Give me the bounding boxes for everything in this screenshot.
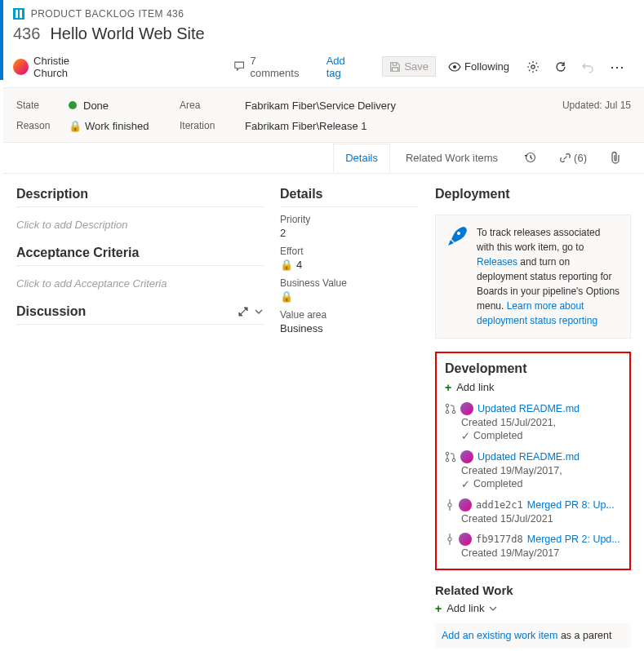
add-existing-text: as a parent (557, 630, 611, 641)
more-button[interactable]: ⋯ (605, 55, 631, 79)
state-value[interactable]: Done (83, 100, 109, 112)
area-label: Area (180, 100, 245, 111)
refresh-button[interactable] (549, 57, 572, 77)
follow-button[interactable]: Following (441, 56, 517, 77)
dev-created: Created 15/Jul/2021, (461, 417, 621, 428)
iteration-label: Iteration (180, 120, 245, 131)
acceptance-heading: Acceptance Criteria (16, 246, 264, 266)
work-item-title[interactable]: Hello World Web Site (50, 24, 204, 43)
gear-icon (526, 60, 540, 73)
value-area-value[interactable]: Business (280, 322, 419, 334)
comments-button[interactable]: 7 comments (233, 55, 305, 79)
deployment-heading: Deployment (435, 187, 631, 206)
dev-status: Completed (473, 478, 522, 489)
add-existing-parent[interactable]: Add an existing work item as a parent (435, 623, 631, 648)
assignee-picker[interactable]: Christie Church (13, 55, 103, 79)
effort-label: Effort (280, 246, 419, 257)
value-area-label: Value area (280, 309, 419, 321)
plus-icon: + (445, 381, 451, 394)
history-icon (523, 151, 536, 164)
user-avatar-icon (459, 498, 472, 512)
dev-created: Created 15/Jul/2021 (461, 513, 621, 525)
user-avatar-icon (459, 533, 472, 546)
svg-point-9 (452, 458, 455, 462)
undo-button[interactable] (577, 57, 600, 77)
chevron-down-icon[interactable] (254, 307, 264, 317)
tab-links[interactable]: (6) (549, 145, 597, 170)
tab-related[interactable]: Related Work items (393, 144, 510, 172)
dev-item: Updated README.md Created 15/Jul/2021, ✓… (445, 402, 621, 442)
svg-point-6 (452, 410, 455, 414)
related-work-heading: Related Work (435, 583, 631, 597)
tab-attachments[interactable] (600, 144, 631, 170)
dev-item: Updated README.md Created 19/May/2017, ✓… (445, 450, 621, 490)
reason-value[interactable]: Work finished (85, 120, 149, 132)
updated-label: Updated: Jul 15 (562, 100, 631, 132)
dev-link[interactable]: Updated README.md (477, 451, 580, 463)
attachment-icon (610, 151, 621, 164)
comments-count: 7 comments (250, 55, 304, 79)
dev-link[interactable]: Merged PR 2: Upd... (527, 534, 620, 545)
iteration-value[interactable]: Fabrikam Fiber\Release 1 (245, 120, 367, 132)
ellipsis-icon: ⋯ (610, 59, 626, 75)
priority-label: Priority (280, 214, 419, 225)
commit-icon (445, 499, 455, 511)
assignee-name: Christie Church (33, 55, 103, 79)
description-heading: Description (16, 187, 264, 207)
add-existing-link[interactable]: Add an existing work item (442, 630, 557, 641)
acceptance-input[interactable]: Click to add Acceptance Criteria (16, 272, 264, 304)
lock-icon: 🔒 (280, 259, 293, 271)
pull-request-icon (445, 451, 456, 463)
discussion-heading: Discussion (16, 304, 86, 319)
tab-details[interactable]: Details (333, 144, 390, 172)
expand-icon[interactable] (238, 306, 249, 317)
svg-point-11 (448, 537, 451, 540)
plus-icon: + (435, 602, 442, 615)
commit-icon (445, 534, 455, 545)
commit-hash: fb9177d8 (476, 534, 523, 545)
dev-item: fb9177d8 Merged PR 2: Upd... Created 19/… (445, 533, 621, 559)
add-tag-button[interactable]: Add tag (322, 53, 366, 81)
lock-icon: 🔒 (280, 290, 293, 303)
description-input[interactable]: Click to add Description (16, 214, 264, 246)
tabs-bar: Details Related Work items (6) (3, 143, 644, 174)
business-value-value[interactable]: 🔒 (280, 290, 419, 303)
dev-created: Created 19/May/2017 (461, 547, 621, 559)
svg-point-4 (446, 404, 449, 407)
check-icon: ✓ (461, 430, 470, 442)
effort-value[interactable]: 🔒4 (280, 259, 419, 271)
save-label: Save (404, 60, 429, 73)
add-related-link-button[interactable]: + Add link (435, 602, 631, 615)
svg-point-7 (446, 452, 449, 455)
pbi-type-icon (13, 8, 24, 20)
rocket-icon (446, 225, 469, 248)
dev-link[interactable]: Merged PR 8: Up... (527, 499, 615, 511)
commit-hash: add1e2c1 (476, 499, 523, 511)
add-link-label: Add link (446, 602, 484, 614)
lock-icon: 🔒 (69, 120, 82, 132)
user-avatar-icon (460, 402, 473, 415)
tab-history[interactable] (513, 144, 546, 170)
state-label: State (16, 100, 69, 111)
releases-link[interactable]: Releases (477, 256, 517, 268)
priority-value[interactable]: 2 (280, 227, 419, 239)
avatar-icon (13, 59, 29, 75)
add-link-label: Add link (456, 381, 494, 393)
add-dev-link-button[interactable]: + Add link (445, 381, 621, 394)
header: PRODUCT BACKLOG ITEM 436 436 Hello World… (3, 0, 644, 87)
save-button[interactable]: Save (382, 56, 436, 77)
dev-item: add1e2c1 Merged PR 8: Up... Created 15/J… (445, 498, 621, 525)
work-item-id: 436 (13, 24, 40, 43)
svg-point-8 (446, 458, 449, 462)
dev-link[interactable]: Updated README.md (477, 403, 580, 414)
development-heading: Development (445, 361, 621, 376)
fields-section: State Done Reason 🔒 Work finished Area F… (3, 87, 644, 143)
deployment-info-box: To track releases associated with this w… (435, 215, 631, 339)
follow-label: Following (464, 60, 509, 73)
user-avatar-icon (460, 450, 473, 463)
settings-button[interactable] (522, 57, 544, 77)
svg-point-3 (457, 232, 460, 235)
comment-icon (233, 60, 245, 73)
area-value[interactable]: Fabrikam Fiber\Service Delivery (245, 100, 396, 112)
links-count: (6) (574, 152, 587, 164)
